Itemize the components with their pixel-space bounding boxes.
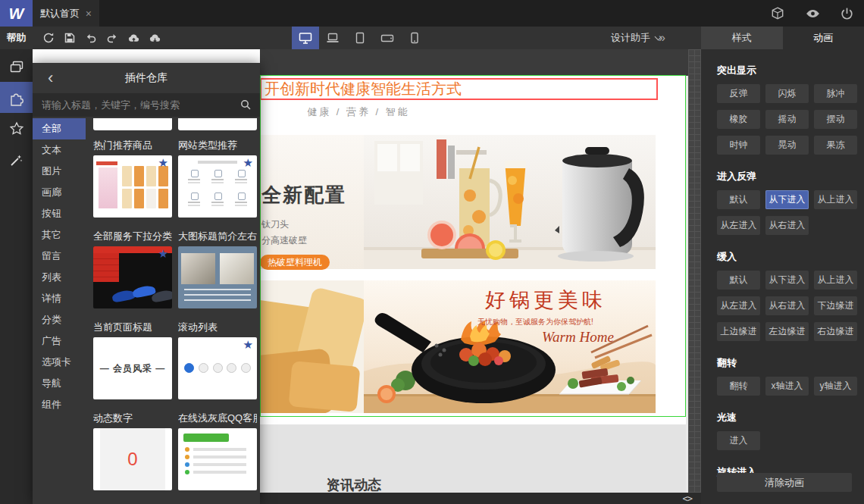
- plugin-label: 在线浅灰底QQ客服: [178, 412, 257, 424]
- anim-button-从右进入[interactable]: 从右进入: [765, 296, 809, 315]
- category-文本[interactable]: 文本: [33, 139, 86, 161]
- plugin-thumbnail[interactable]: [93, 246, 172, 308]
- anim-button-上边缘进[interactable]: 上边缘进: [717, 322, 760, 341]
- page-heading-selected[interactable]: 开创新时代健康智能生活方式: [260, 78, 658, 100]
- plugin-search-input[interactable]: [33, 99, 260, 111]
- sidebar-item-favorites[interactable]: [0, 113, 33, 144]
- category-组件[interactable]: 组件: [33, 394, 86, 415]
- anim-button-脉冲[interactable]: 脉冲: [814, 84, 857, 103]
- anim-button-闪烁[interactable]: 闪烁: [765, 84, 809, 103]
- undo-icon[interactable]: [84, 31, 98, 45]
- cloud-download-icon[interactable]: [148, 31, 161, 45]
- cloud-upload-icon[interactable]: [127, 31, 140, 45]
- device-desktop-icon[interactable]: [292, 27, 319, 49]
- anim-button-从右进入[interactable]: 从右进入: [765, 216, 809, 235]
- plugin-thumbnail[interactable]: [178, 155, 257, 218]
- sidebar-item-magic-wand[interactable]: [0, 144, 33, 175]
- anim-button-grid: 进入: [717, 431, 864, 450]
- anim-button-默认[interactable]: 默认: [717, 190, 760, 209]
- toast-photo[interactable]: [260, 280, 364, 413]
- anim-button-摆动[interactable]: 摆动: [814, 110, 857, 129]
- category-广告[interactable]: 广告: [33, 330, 86, 352]
- anim-button-下边缘进[interactable]: 下边缘进: [814, 296, 857, 315]
- anim-button-从上进入[interactable]: 从上进入: [814, 271, 857, 290]
- cube-icon[interactable]: [770, 6, 785, 21]
- anim-button-从下进入[interactable]: 从下进入: [765, 271, 809, 290]
- animation-sections: 突出显示反弹闪烁脉冲橡胶摇动摆动时钟晃动果冻进入反弹默认从下进入从上进入从左进入…: [717, 64, 864, 479]
- anim-button-时钟[interactable]: 时钟: [717, 136, 760, 155]
- redo-icon[interactable]: [105, 31, 119, 45]
- plugin-thumb-partial[interactable]: [178, 118, 257, 130]
- category-列表[interactable]: 列表: [33, 267, 86, 288]
- category-导航[interactable]: 导航: [33, 373, 86, 394]
- code-icon[interactable]: <>: [683, 493, 692, 504]
- category-按钮[interactable]: 按钮: [33, 203, 86, 224]
- page-tab[interactable]: 默认首页 ×: [33, 0, 99, 27]
- anim-button-果冻[interactable]: 果冻: [814, 136, 857, 155]
- anim-button-x轴进入[interactable]: x轴进入: [765, 377, 809, 396]
- anim-button-左边缘进[interactable]: 左边缘进: [765, 322, 809, 341]
- plugin-thumbnail[interactable]: — 会员风采 —: [93, 337, 172, 399]
- anim-button-右边缘进[interactable]: 右边缘进: [814, 322, 857, 341]
- search-icon[interactable]: [239, 99, 252, 111]
- device-laptop-icon[interactable]: [319, 27, 346, 49]
- anim-button-从上进入[interactable]: 从上进入: [814, 190, 857, 209]
- sidebar-item-pages[interactable]: [0, 51, 33, 82]
- anim-button-默认[interactable]: 默认: [717, 271, 760, 290]
- news-section[interactable]: [260, 424, 686, 493]
- category-全部[interactable]: 全部: [33, 118, 86, 139]
- anim-button-翻转[interactable]: 翻转: [717, 377, 760, 396]
- banner-kettle[interactable]: 全新配置 钛刀头 分高速破壁 热破壁料理机: [260, 135, 656, 269]
- plugin-thumbnail[interactable]: 0: [93, 428, 172, 490]
- save-icon[interactable]: [63, 31, 77, 45]
- plugin-thumbnail[interactable]: [178, 337, 257, 399]
- tab-style[interactable]: 样式: [701, 27, 783, 49]
- anim-button-从下进入[interactable]: 从下进入: [765, 190, 809, 209]
- banner1-button[interactable]: 热破壁料理机: [260, 255, 330, 270]
- anim-button-y轴进入[interactable]: y轴进入: [814, 377, 857, 396]
- device-tablet-icon[interactable]: [346, 27, 374, 49]
- plugin-thumbnail[interactable]: [93, 155, 172, 218]
- refresh-icon[interactable]: [42, 31, 55, 45]
- anim-button-从左进入[interactable]: 从左进入: [717, 216, 760, 235]
- device-phone-landscape-icon[interactable]: [374, 27, 401, 49]
- device-phone-portrait-icon[interactable]: [401, 27, 428, 49]
- plugin-card: 网站类型推荐: [178, 139, 257, 230]
- power-icon[interactable]: [840, 6, 855, 21]
- category-图片[interactable]: 图片: [33, 161, 86, 182]
- category-详情[interactable]: 详情: [33, 288, 86, 309]
- category-留言[interactable]: 留言: [33, 246, 86, 267]
- category-选项卡[interactable]: 选项卡: [33, 352, 86, 373]
- category-分类[interactable]: 分类: [33, 309, 86, 330]
- anim-button-反弹[interactable]: 反弹: [717, 84, 760, 103]
- more-button[interactable]: »: [659, 27, 665, 49]
- anim-section-title: 翻转: [717, 356, 864, 370]
- page-subtitle[interactable]: 健康 / 营养 / 智能: [283, 105, 434, 119]
- anim-button-进入[interactable]: 进入: [717, 431, 760, 450]
- page-header-band[interactable]: [260, 49, 688, 76]
- app-logo[interactable]: W: [0, 0, 33, 27]
- banner-wok[interactable]: 好锅更美味 无忧购物，至诚服务为你保驾护航! Warm Home: [364, 280, 656, 413]
- plugin-thumbnail[interactable]: [178, 428, 257, 490]
- help-button[interactable]: 帮助: [0, 27, 33, 49]
- tab-close-icon[interactable]: ×: [86, 8, 92, 20]
- eye-icon[interactable]: [805, 6, 820, 21]
- anim-button-从左进入[interactable]: 从左进入: [717, 296, 760, 315]
- topbar-right-icons: [770, 0, 855, 27]
- news-section-title[interactable]: 资讯动态: [327, 476, 381, 493]
- sidebar-item-plugins[interactable]: [0, 82, 33, 113]
- back-chevron-icon[interactable]: ‹: [48, 63, 53, 93]
- plugin-categories: 全部文本图片画廊按钮其它留言列表详情分类广告选项卡导航组件: [33, 117, 86, 504]
- canvas-scrollbar[interactable]: [688, 49, 701, 493]
- tab-animation[interactable]: 动画: [783, 27, 864, 49]
- clear-animation-button[interactable]: 清除动画: [717, 473, 852, 492]
- category-画廊[interactable]: 画廊: [33, 182, 86, 203]
- plugin-thumbnail[interactable]: [178, 246, 257, 308]
- category-其它[interactable]: 其它: [33, 224, 86, 246]
- anim-section-缓入: 缓入默认从下进入从上进入从左进入从右进入下边缘进上边缘进左边缘进右边缘进: [717, 250, 864, 341]
- plugin-thumb-partial[interactable]: [93, 118, 172, 130]
- anim-button-摇动[interactable]: 摇动: [765, 110, 809, 129]
- anim-button-橡胶[interactable]: 橡胶: [717, 110, 760, 129]
- design-assistant-button[interactable]: 设计助手: [611, 27, 661, 49]
- anim-button-晃动[interactable]: 晃动: [765, 136, 809, 155]
